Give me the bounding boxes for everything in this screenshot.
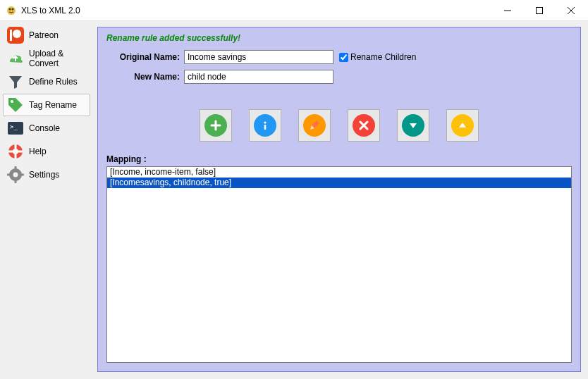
svg-point-2 [12, 8, 14, 10]
info-button[interactable] [249, 109, 281, 142]
sidebar-item-help[interactable]: Help [3, 140, 90, 163]
list-item[interactable]: [Incomesavings, childnode, true] [107, 178, 571, 188]
chevron-up-icon [451, 114, 474, 137]
rename-children-checkbox-wrap[interactable]: Rename Children [339, 52, 416, 62]
edit-button[interactable] [298, 109, 331, 142]
rename-children-label: Rename Children [350, 52, 416, 62]
sidebar-item-tag-rename[interactable]: Tag Rename [3, 94, 90, 116]
sidebar-item-patreon[interactable]: Patreon [3, 24, 90, 46]
window-title: XLS to XML 2.0 [21, 6, 80, 15]
patreon-icon [6, 26, 25, 44]
original-name-label: Original Name: [106, 52, 180, 62]
svg-point-1 [9, 8, 11, 10]
svg-rect-17 [15, 166, 17, 170]
status-message: Rename rule added successfully! [106, 33, 572, 43]
tag-rename-panel: Rename rule added successfully! Original… [97, 27, 581, 372]
svg-rect-4 [536, 7, 542, 13]
sidebar-item-label: Patreon [29, 30, 59, 40]
svg-point-21 [264, 121, 266, 123]
app-body: Patreon Upload & Convert Define Rules Ta… [0, 21, 588, 379]
rename-children-checkbox[interactable] [339, 53, 348, 62]
action-toolbar [106, 109, 572, 142]
new-name-row: New Name: [106, 70, 572, 84]
tag-icon [6, 96, 25, 114]
sidebar-item-label: Tag Rename [29, 100, 77, 110]
titlebar: XLS to XML 2.0 [0, 0, 588, 21]
svg-rect-19 [7, 174, 11, 176]
close-button[interactable] [555, 0, 587, 20]
sidebar-item-label: Settings [29, 170, 59, 180]
maximize-button[interactable] [523, 0, 555, 20]
mapping-label: Mapping : [106, 154, 572, 164]
svg-point-0 [7, 6, 16, 15]
svg-point-14 [13, 149, 18, 154]
upload-icon [6, 49, 25, 68]
sidebar-item-label: Upload & Convert [29, 49, 87, 68]
sidebar-item-define-rules[interactable]: Define Rules [3, 70, 90, 93]
close-icon [353, 114, 375, 137]
move-down-button[interactable] [397, 109, 429, 142]
delete-button[interactable] [348, 109, 380, 142]
sidebar-item-label: Console [29, 123, 60, 133]
funnel-icon [6, 73, 25, 91]
original-name-row: Original Name: Rename Children [106, 50, 572, 64]
terminal-icon: >_ [6, 119, 25, 137]
info-icon [254, 114, 276, 137]
app-icon [6, 5, 17, 16]
window-controls [491, 0, 587, 20]
move-up-button[interactable] [446, 109, 479, 142]
sidebar-item-label: Define Rules [29, 77, 78, 87]
sidebar: Patreon Upload & Convert Define Rules Ta… [0, 21, 93, 379]
sidebar-item-console[interactable]: >_ Console [3, 117, 90, 139]
new-name-label: New Name: [106, 72, 180, 82]
pencil-icon [303, 114, 326, 137]
add-button[interactable] [200, 109, 232, 142]
sidebar-item-label: Help [29, 147, 47, 156]
svg-rect-9 [10, 30, 12, 41]
original-name-input[interactable] [184, 50, 333, 64]
svg-text:>_: >_ [10, 123, 18, 130]
chevron-down-icon [402, 114, 424, 137]
mapping-listbox[interactable]: [Income, income-item, false] [Incomesavi… [106, 166, 572, 363]
svg-rect-20 [20, 174, 24, 176]
svg-point-10 [11, 100, 13, 103]
sidebar-item-settings[interactable]: Settings [3, 163, 90, 186]
minimize-button[interactable] [491, 0, 523, 20]
svg-point-8 [13, 30, 21, 38]
lifebuoy-icon [6, 142, 25, 161]
svg-point-16 [13, 173, 18, 178]
svg-rect-22 [264, 125, 267, 130]
new-name-input[interactable] [184, 70, 333, 84]
svg-rect-18 [15, 180, 17, 183]
content-area: Rename rule added successfully! Original… [93, 21, 588, 379]
sidebar-item-upload-convert[interactable]: Upload & Convert [3, 47, 90, 70]
plus-icon [204, 114, 227, 137]
gear-icon [6, 166, 25, 184]
list-item[interactable]: [Income, income-item, false] [107, 167, 571, 178]
